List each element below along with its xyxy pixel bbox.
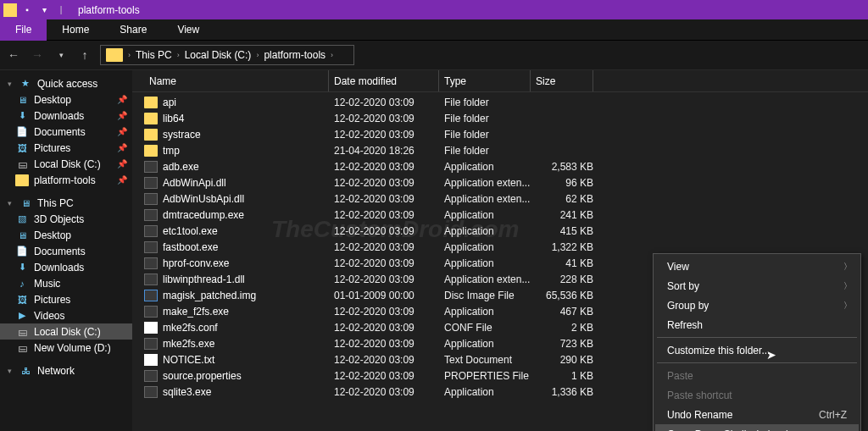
file-name: hprof-conv.exe bbox=[163, 257, 230, 269]
file-type: Application bbox=[439, 257, 531, 269]
menu-item-customize-this-folder[interactable]: Customize this folder... bbox=[655, 340, 859, 360]
context-menu: View〉Sort by〉Group by〉RefreshCustomize t… bbox=[653, 253, 861, 431]
file-row[interactable]: tmp21-04-2020 18:26File folder bbox=[132, 142, 868, 158]
file-list-pane[interactable]: Name Date modified Type Size api12-02-20… bbox=[132, 70, 868, 431]
chevron-right-icon: 〉 bbox=[843, 280, 852, 292]
sidebar-group-this-pc[interactable]: ▾🖥This PC bbox=[0, 195, 132, 211]
column-size[interactable]: Size bbox=[531, 70, 593, 91]
sidebar-item-platform-tools[interactable]: platform-tools📌 bbox=[0, 172, 132, 188]
file-size: 41 KB bbox=[531, 257, 593, 269]
forward-icon[interactable]: → bbox=[29, 47, 46, 64]
file-name: make_f2fs.exe bbox=[163, 306, 229, 318]
sidebar-item-label: Desktop bbox=[34, 229, 71, 241]
qat-chevron-icon[interactable]: ▾ bbox=[37, 3, 51, 17]
menu-item-view[interactable]: View〉 bbox=[655, 257, 859, 276]
file-date: 12-02-2020 03:09 bbox=[329, 241, 439, 253]
file-date: 12-02-2020 03:09 bbox=[329, 161, 439, 173]
file-name: systrace bbox=[163, 129, 201, 141]
qat-separator: | bbox=[54, 3, 68, 17]
sidebar-item-pictures[interactable]: 🖼Pictures📌 bbox=[0, 140, 132, 156]
recent-chevron-icon[interactable]: ▾ bbox=[53, 47, 70, 64]
sidebar-item-documents[interactable]: 📄Documents bbox=[0, 243, 132, 259]
back-icon[interactable]: ← bbox=[5, 47, 22, 64]
file-date: 12-02-2020 03:09 bbox=[329, 113, 439, 124]
menu-item-group-by[interactable]: Group by〉 bbox=[655, 296, 859, 315]
disk-icon: 🖴 bbox=[15, 342, 29, 354]
column-name[interactable]: Name bbox=[144, 70, 329, 91]
folder-icon bbox=[3, 3, 17, 17]
menu-item-sort-by[interactable]: Sort by〉 bbox=[655, 276, 859, 296]
file-row[interactable]: systrace12-02-2020 03:09File folder bbox=[132, 126, 868, 142]
sidebar-item-pictures[interactable]: 🖼Pictures bbox=[0, 291, 132, 307]
music-icon: ♪ bbox=[15, 278, 29, 290]
net-icon: 🖧 bbox=[19, 365, 32, 377]
tab-share[interactable]: Share bbox=[104, 19, 162, 41]
file-type: File folder bbox=[439, 145, 531, 157]
chevron-right-icon: 〉 bbox=[843, 261, 852, 273]
navigation-pane: ▾★Quick access🖥Desktop📌⬇Downloads📌📄Docum… bbox=[0, 70, 132, 431]
breadcrumb[interactable]: This PC bbox=[136, 49, 172, 61]
sidebar-item-3d-objects[interactable]: ▧3D Objects bbox=[0, 211, 132, 227]
file-row[interactable]: dmtracedump.exe12-02-2020 03:09Applicati… bbox=[132, 207, 868, 223]
exe-icon bbox=[144, 161, 158, 173]
file-name: etc1tool.exe bbox=[163, 225, 218, 237]
doc-icon: 📄 bbox=[15, 246, 29, 257]
file-size: 1 KB bbox=[531, 370, 593, 382]
file-row[interactable]: AdbWinUsbApi.dll12-02-2020 03:09Applicat… bbox=[132, 191, 868, 207]
sidebar-item-new-volume-d-[interactable]: 🖴New Volume (D:) bbox=[0, 340, 132, 356]
folder-icon bbox=[15, 174, 29, 186]
menu-item-undo-rename[interactable]: Undo RenameCtrl+Z bbox=[655, 405, 859, 424]
sidebar-group-network[interactable]: ▾🖧Network bbox=[0, 362, 132, 379]
file-row[interactable]: lib6412-02-2020 03:09File folder bbox=[132, 110, 868, 126]
sidebar-item-music[interactable]: ♪Music bbox=[0, 275, 132, 291]
qat-dropdown-icon[interactable]: ▪ bbox=[20, 3, 34, 17]
file-date: 12-02-2020 03:09 bbox=[329, 209, 439, 221]
sidebar-item-label: Local Disk (C:) bbox=[34, 326, 101, 338]
file-type: Application bbox=[439, 209, 531, 221]
file-type: Application bbox=[439, 338, 531, 350]
sidebar-item-downloads[interactable]: ⬇Downloads bbox=[0, 259, 132, 275]
file-date: 12-02-2020 03:09 bbox=[329, 97, 439, 108]
titlebar: ▪ ▾ | platform-tools bbox=[0, 0, 868, 19]
file-type: Application exten... bbox=[439, 274, 531, 285]
chevron-right-icon: › bbox=[128, 51, 131, 59]
sidebar-item-downloads[interactable]: ⬇Downloads📌 bbox=[0, 108, 132, 124]
tab-home[interactable]: Home bbox=[47, 19, 104, 41]
menu-item-label: Open PowerShell window here bbox=[667, 428, 806, 432]
file-type: File folder bbox=[439, 113, 531, 124]
address-bar[interactable]: › This PC › Local Disk (C:) › platform-t… bbox=[100, 45, 354, 65]
file-date: 12-02-2020 03:09 bbox=[329, 177, 439, 189]
sidebar-item-local-disk-c-[interactable]: 🖴Local Disk (C:)📌 bbox=[0, 156, 132, 172]
file-date: 12-02-2020 03:09 bbox=[329, 354, 439, 366]
column-type[interactable]: Type bbox=[439, 70, 531, 91]
pin-icon: 📌 bbox=[117, 111, 127, 120]
pin-icon: 📌 bbox=[117, 159, 127, 169]
file-type: Disc Image File bbox=[439, 290, 531, 301]
menu-item-refresh[interactable]: Refresh bbox=[655, 315, 859, 334]
sidebar-item-label: Local Disk (C:) bbox=[34, 158, 101, 170]
file-size: 96 KB bbox=[531, 177, 593, 189]
file-row[interactable]: etc1tool.exe12-02-2020 03:09Application4… bbox=[132, 223, 868, 239]
up-icon[interactable]: ↑ bbox=[76, 47, 93, 64]
tab-view[interactable]: View bbox=[162, 19, 214, 41]
menu-item-open-powershell-window-here[interactable]: Open PowerShell window here bbox=[655, 424, 859, 431]
sidebar-item-desktop[interactable]: 🖥Desktop bbox=[0, 227, 132, 243]
file-row[interactable]: AdbWinApi.dll12-02-2020 03:09Application… bbox=[132, 174, 868, 191]
sidebar-item-documents[interactable]: 📄Documents📌 bbox=[0, 124, 132, 140]
folder-icon bbox=[144, 97, 158, 108]
sidebar-item-local-disk-c-[interactable]: 🖴Local Disk (C:) bbox=[0, 323, 132, 340]
file-row[interactable]: api12-02-2020 03:09File folder bbox=[132, 94, 868, 110]
column-date[interactable]: Date modified bbox=[329, 70, 439, 91]
tab-file[interactable]: File bbox=[0, 19, 47, 41]
ribbon-tabs: File Home Share View bbox=[0, 19, 868, 41]
file-type: Application bbox=[439, 386, 531, 398]
sidebar-item-videos[interactable]: ▶Videos bbox=[0, 307, 132, 323]
sidebar-group-quick-access[interactable]: ▾★Quick access bbox=[0, 75, 132, 91]
sidebar-item-desktop[interactable]: 🖥Desktop📌 bbox=[0, 91, 132, 108]
exe-icon bbox=[144, 338, 158, 350]
file-name: sqlite3.exe bbox=[163, 386, 211, 398]
breadcrumb[interactable]: platform-tools bbox=[264, 49, 326, 61]
file-row[interactable]: adb.exe12-02-2020 03:09Application2,583 … bbox=[132, 158, 868, 174]
breadcrumb[interactable]: Local Disk (C:) bbox=[185, 49, 252, 61]
file-size: 2 KB bbox=[531, 322, 593, 334]
